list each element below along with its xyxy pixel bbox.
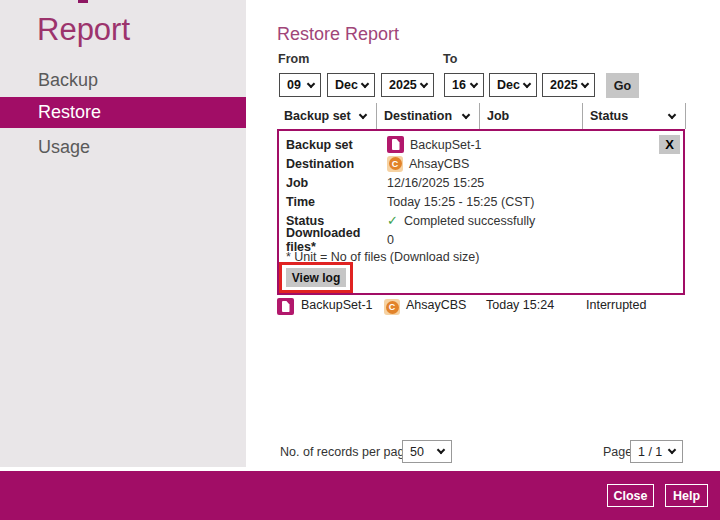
to-year-value: 2025 <box>550 78 578 92</box>
panel-label: Job <box>286 176 387 190</box>
panel-row-backup-set: Backup set BackupSet-1 <box>286 135 482 154</box>
restore-report-heading: Restore Report <box>277 24 399 45</box>
restore-job-row[interactable]: BackupSet-1 C AhsayCBS Today 15:24 Inter… <box>277 296 686 318</box>
row-job-time: Today 15:24 <box>486 298 554 312</box>
panel-label: Destination <box>286 157 387 171</box>
page-select[interactable]: 1 / 1 <box>630 440 683 463</box>
row-backup-set: BackupSet-1 <box>301 298 373 312</box>
sidebar-item-usage[interactable]: Usage <box>0 131 246 164</box>
chevron-down-icon <box>523 79 531 87</box>
panel-value: BackupSet-1 <box>410 138 482 152</box>
top-edge-mark <box>78 0 88 3</box>
panel-row-downloaded-files: Downloaded files* 0 <box>286 230 394 249</box>
filter-label: Job <box>487 109 509 123</box>
backupset-icon <box>387 136 404 153</box>
to-year-select[interactable]: 2025 <box>542 73 595 97</box>
help-button[interactable]: Help <box>665 484 708 507</box>
page-label: Page <box>603 445 632 459</box>
page-title: Report <box>37 12 130 48</box>
row-destination: AhsayCBS <box>406 298 466 312</box>
chevron-down-icon <box>437 446 445 454</box>
from-year-select[interactable]: 2025 <box>381 73 434 97</box>
from-year-value: 2025 <box>389 78 417 92</box>
chevron-down-icon <box>668 446 676 454</box>
filter-backup-set[interactable]: Backup set <box>277 103 377 129</box>
chevron-down-icon <box>470 79 478 87</box>
close-panel-button[interactable]: X <box>659 135 680 154</box>
panel-value: Completed successfully <box>404 214 535 228</box>
panel-value: 12/16/2025 15:25 <box>387 176 484 190</box>
panel-label: Time <box>286 195 387 209</box>
filter-label: Backup set <box>284 109 351 123</box>
filter-header-row: Backup set Destination Job Status <box>277 103 686 129</box>
footer-bar: Close Help <box>0 471 720 520</box>
chevron-down-icon <box>668 110 676 118</box>
from-month-select[interactable]: Dec <box>327 73 375 97</box>
ahsaycbs-icon: C <box>387 156 403 172</box>
filter-status[interactable]: Status <box>583 103 686 129</box>
from-month-value: Dec <box>335 78 358 92</box>
records-per-page-value: 50 <box>410 445 424 459</box>
to-day-select[interactable]: 16 <box>444 73 484 97</box>
to-day-value: 16 <box>452 78 466 92</box>
to-month-value: Dec <box>497 78 520 92</box>
records-per-page-label: No. of records per page <box>280 445 411 459</box>
chevron-down-icon <box>307 79 315 87</box>
panel-row-time: Time Today 15:25 - 15:25 (CST) <box>286 192 534 211</box>
from-day-select[interactable]: 09 <box>279 73 321 97</box>
to-label: To <box>443 52 457 66</box>
report-window: Report Backup Restore Usage Restore Repo… <box>0 0 720 520</box>
close-button[interactable]: Close <box>607 484 654 507</box>
view-log-highlight-box: View log <box>279 262 353 293</box>
from-day-value: 09 <box>287 78 301 92</box>
panel-value: Today 15:25 - 15:25 (CST) <box>387 195 534 209</box>
go-button[interactable]: Go <box>606 73 639 98</box>
chevron-down-icon <box>359 110 367 118</box>
chevron-down-icon <box>420 79 428 87</box>
success-check-icon: ✓ <box>387 213 398 228</box>
panel-row-job: Job 12/16/2025 15:25 <box>286 173 484 192</box>
sidebar: Report Backup Restore Usage <box>0 0 246 467</box>
view-log-button[interactable]: View log <box>286 268 346 287</box>
to-month-select[interactable]: Dec <box>489 73 537 97</box>
chevron-down-icon <box>581 79 589 87</box>
filter-label: Destination <box>384 109 452 123</box>
chevron-down-icon <box>462 110 470 118</box>
records-per-page-select[interactable]: 50 <box>402 440 452 463</box>
filter-job[interactable]: Job <box>480 103 583 129</box>
backupset-icon <box>277 298 294 315</box>
filter-label: Status <box>590 109 628 123</box>
row-status: Interrupted <box>586 298 646 312</box>
panel-row-destination: Destination C AhsayCBS <box>286 154 469 173</box>
ahsaycbs-icon: C <box>384 299 400 315</box>
sidebar-item-backup[interactable]: Backup <box>0 64 246 97</box>
restore-detail-panel: X Backup set BackupSet-1 Destination C A… <box>277 129 685 295</box>
from-label: From <box>278 52 309 66</box>
panel-label: Backup set <box>286 138 387 152</box>
chevron-down-icon <box>361 79 369 87</box>
filter-destination[interactable]: Destination <box>377 103 480 129</box>
panel-value: 0 <box>387 233 394 247</box>
panel-value: AhsayCBS <box>409 157 469 171</box>
page-value: 1 / 1 <box>638 445 662 459</box>
sidebar-item-restore[interactable]: Restore <box>0 97 248 128</box>
